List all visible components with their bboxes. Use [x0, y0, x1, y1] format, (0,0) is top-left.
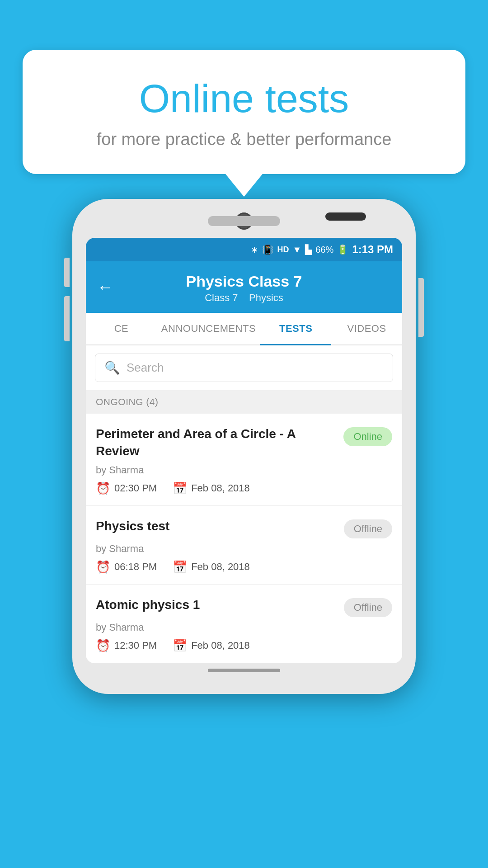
speech-bubble: Online tests for more practice & better …	[23, 50, 465, 174]
test-author: by Sharma	[96, 543, 392, 555]
status-icons: ∗ 📳 HD ▼ ▙ 66% 🔋 1:13 PM	[251, 243, 393, 256]
test-author: by Sharma	[96, 464, 392, 476]
test-item-header: Perimeter and Area of a Circle - A Revie…	[96, 425, 392, 460]
bubble-title: Online tests	[50, 77, 438, 121]
clock-icon: ⏰	[96, 560, 110, 574]
battery-icon: 🔋	[337, 244, 348, 255]
search-icon: 🔍	[104, 360, 120, 375]
test-item[interactable]: Perimeter and Area of a Circle - A Revie…	[86, 414, 402, 506]
test-item-header: Physics test Offline	[96, 518, 392, 538]
home-indicator-bar	[208, 669, 280, 672]
status-time: 1:13 PM	[352, 243, 393, 256]
test-meta: ⏰ 02:30 PM 📅 Feb 08, 2018	[96, 481, 392, 495]
tab-ce[interactable]: CE	[86, 313, 157, 344]
test-author: by Sharma	[96, 622, 392, 633]
search-placeholder: Search	[127, 361, 164, 375]
header-subtitle: Class 7 Physics	[99, 292, 389, 304]
phone-screen: ∗ 📳 HD ▼ ▙ 66% 🔋 1:13 PM ← Physics Class…	[86, 238, 402, 663]
test-date: 📅 Feb 08, 2018	[173, 639, 250, 653]
tab-announcements[interactable]: ANNOUNCEMENTS	[157, 313, 260, 344]
calendar-icon: 📅	[173, 481, 187, 495]
calendar-icon: 📅	[173, 560, 187, 574]
tab-videos[interactable]: VIDEOS	[331, 313, 402, 344]
test-item[interactable]: Physics test Offline by Sharma ⏰ 06:18 P…	[86, 506, 402, 585]
search-container: 🔍 Search	[86, 345, 402, 390]
volume-up-button	[64, 258, 70, 287]
tab-tests[interactable]: TESTS	[260, 313, 331, 344]
signal-icon: ▙	[305, 244, 312, 255]
header-class: Class 7	[205, 292, 238, 303]
test-meta: ⏰ 12:30 PM 📅 Feb 08, 2018	[96, 639, 392, 653]
search-bar[interactable]: 🔍 Search	[95, 354, 393, 382]
battery-text: 66%	[315, 245, 333, 255]
test-list: Perimeter and Area of a Circle - A Revie…	[86, 414, 402, 663]
test-item[interactable]: Atomic physics 1 Offline by Sharma ⏰ 12:…	[86, 585, 402, 663]
test-title: Perimeter and Area of a Circle - A Revie…	[96, 425, 337, 460]
phone-top-area	[86, 212, 402, 230]
test-time: ⏰ 12:30 PM	[96, 639, 157, 653]
clock-icon: ⏰	[96, 639, 110, 653]
test-date: 📅 Feb 08, 2018	[173, 560, 250, 574]
status-badge: Online	[343, 427, 392, 446]
status-bar: ∗ 📳 HD ▼ ▙ 66% 🔋 1:13 PM	[86, 238, 402, 261]
calendar-icon: 📅	[173, 639, 187, 653]
bubble-subtitle: for more practice & better performance	[50, 130, 438, 149]
home-indicator	[86, 663, 402, 680]
ongoing-section-header: ONGOING (4)	[86, 390, 402, 414]
test-time: ⏰ 06:18 PM	[96, 560, 157, 574]
hd-icon: HD	[277, 245, 289, 255]
power-button	[418, 278, 424, 337]
status-badge: Offline	[344, 598, 392, 617]
test-title: Physics test	[96, 518, 337, 535]
test-item-header: Atomic physics 1 Offline	[96, 596, 392, 617]
header-title: Physics Class 7	[99, 273, 389, 290]
wifi-icon: ▼	[292, 245, 301, 255]
back-button[interactable]: ←	[97, 278, 113, 297]
test-title: Atomic physics 1	[96, 596, 337, 613]
header-subject: Physics	[249, 292, 283, 303]
home-button	[325, 212, 366, 221]
volume-down-button	[64, 296, 70, 341]
test-time: ⏰ 02:30 PM	[96, 481, 157, 495]
bluetooth-icon: ∗	[251, 244, 258, 255]
earpiece-speaker	[208, 216, 280, 226]
phone-mockup: ∗ 📳 HD ▼ ▙ 66% 🔋 1:13 PM ← Physics Class…	[72, 199, 416, 694]
phone-outer: ∗ 📳 HD ▼ ▙ 66% 🔋 1:13 PM ← Physics Class…	[72, 199, 416, 694]
tab-bar: CE ANNOUNCEMENTS TESTS VIDEOS	[86, 313, 402, 345]
test-meta: ⏰ 06:18 PM 📅 Feb 08, 2018	[96, 560, 392, 574]
status-badge: Offline	[344, 519, 392, 538]
test-date: 📅 Feb 08, 2018	[173, 481, 250, 495]
app-header: ← Physics Class 7 Class 7 Physics	[86, 261, 402, 313]
vibrate-icon: 📳	[262, 244, 273, 255]
clock-icon: ⏰	[96, 481, 110, 495]
